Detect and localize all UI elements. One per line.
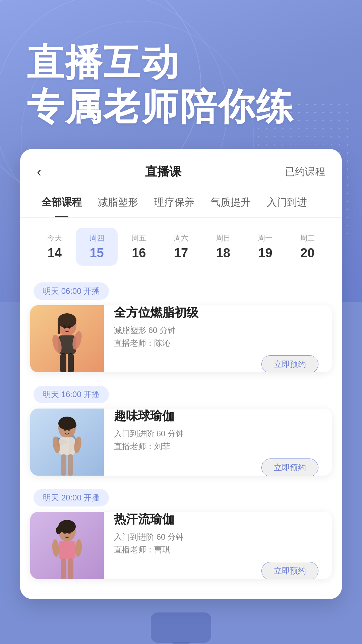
course-teacher-2: 直播老师：刘菲 [114,441,322,452]
course-thumb-3 [30,512,104,579]
course-card-1: 全方位燃脂初级 减脂塑形 60 分钟 直播老师：陈沁 立即预约 [30,305,332,372]
date-17[interactable]: 周六 17 [160,228,202,266]
book-button-2[interactable]: 立即预约 [261,459,318,476]
course-card-2: 趣味球瑜伽 入门到进阶 60 分钟 直播老师：刘菲 立即预约 [30,409,332,476]
svg-rect-28 [59,541,75,559]
tab-temperament[interactable]: 气质提升 [202,190,259,217]
book-button-1[interactable]: 立即预约 [261,355,318,373]
svg-rect-3 [58,321,60,334]
svg-rect-31 [61,558,66,579]
course-thumb-2 [30,409,104,476]
svg-point-34 [68,532,71,534]
date-18[interactable]: 周日 18 [202,228,244,266]
tab-therapy[interactable]: 理疗保养 [146,190,202,217]
svg-point-33 [64,532,66,534]
category-tabs: 全部课程 减脂塑形 理疗保养 气质提升 入门到进 [20,187,342,218]
page-title: 直播课 [145,164,181,180]
course-card-3: 热汗流瑜伽 入门到进阶 60 分钟 直播老师：曹琪 立即预约 [30,512,332,579]
course-title-1: 全方位燃脂初级 [114,305,322,321]
tab-beginner[interactable]: 入门到进 [259,190,315,217]
course-teacher-1: 直播老师：陈沁 [114,338,322,348]
hero-line2: 专属老师陪你练 [27,85,335,129]
svg-rect-32 [68,558,73,579]
svg-rect-20 [61,454,66,476]
svg-rect-21 [68,454,73,476]
course-list: 明天 06:00 开播 [20,276,342,599]
course-meta-2: 入门到进阶 60 分钟 [114,428,322,439]
date-19[interactable]: 周一 19 [244,228,287,266]
hero-section: 直播互动 专属老师陪你练 [0,0,362,149]
time-badge-2: 明天 16:00 开播 [34,386,109,403]
booked-courses-link[interactable]: 已约课程 [285,165,325,179]
svg-rect-8 [68,353,74,372]
instructor-figure-2 [30,409,104,476]
svg-point-10 [68,325,71,329]
svg-rect-7 [60,353,66,372]
book-button-3[interactable]: 立即预约 [261,562,318,579]
svg-point-23 [68,428,70,431]
svg-point-16 [71,423,76,428]
course-info-3: 热汗流瑜伽 入门到进阶 60 分钟 直播老师：曹琪 立即预约 [104,512,332,579]
course-teacher-3: 直播老师：曹琪 [114,544,322,555]
course-thumb-1 [30,305,104,372]
date-16[interactable]: 周五 16 [118,228,160,266]
date-20[interactable]: 周二 20 [286,228,328,266]
back-button[interactable]: ‹ [37,164,41,179]
date-15[interactable]: 周四 15 [76,228,118,266]
speech-bubble-decoration [151,612,211,644]
date-selector: 今天 14 周四 15 周五 16 周六 17 周日 18 周一 19 周二 2… [20,218,342,276]
svg-rect-17 [59,437,75,455]
time-badge-1: 明天 06:00 开播 [34,282,109,300]
instructor-figure-1 [30,305,104,372]
tab-fat[interactable]: 减脂塑形 [90,190,146,217]
svg-point-2 [58,313,76,328]
course-meta-3: 入门到进阶 60 分钟 [114,532,322,542]
top-nav: ‹ 直播课 已约课程 [20,149,342,187]
svg-point-9 [63,325,66,329]
tab-all[interactable]: 全部课程 [34,190,90,217]
svg-point-27 [56,526,61,534]
course-title-3: 热汗流瑜伽 [114,512,322,528]
course-info-1: 全方位燃脂初级 减脂塑形 60 分钟 直播老师：陈沁 立即预约 [104,305,332,372]
time-badge-3: 明天 20:00 开播 [34,489,109,506]
course-title-2: 趣味球瑜伽 [114,409,322,424]
course-info-2: 趣味球瑜伽 入门到进阶 60 分钟 直播老师：刘菲 立即预约 [104,409,332,476]
main-card: ‹ 直播课 已约课程 全部课程 减脂塑形 理疗保养 气质提升 入门到进 今天 1… [20,149,342,599]
svg-point-22 [64,428,66,431]
course-meta-1: 减脂塑形 60 分钟 [114,325,322,336]
instructor-figure-3 [30,512,104,579]
date-14[interactable]: 今天 14 [34,228,76,266]
hero-line1: 直播互动 [27,40,335,85]
